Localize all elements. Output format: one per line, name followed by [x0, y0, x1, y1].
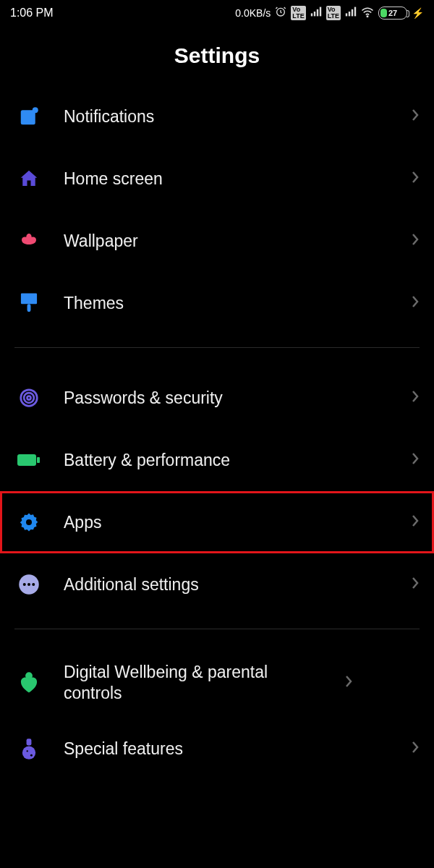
row-label: Themes	[64, 293, 391, 314]
row-wallpaper[interactable]: Wallpaper	[14, 210, 420, 272]
chevron-right-icon	[411, 294, 420, 312]
volte-badge-1: VoLTE	[291, 6, 305, 20]
svg-rect-7	[352, 9, 353, 17]
row-label: Special features	[64, 739, 391, 760]
chevron-right-icon	[411, 170, 420, 187]
row-security[interactable]: Passwords & security	[14, 367, 420, 429]
charging-icon: ⚡	[412, 7, 424, 19]
row-label: Passwords & security	[64, 388, 391, 409]
row-label: Digital Wellbeing & parental controls	[64, 662, 324, 704]
status-net-speed: 0.0KB/s	[235, 7, 271, 19]
brush-icon	[14, 289, 43, 318]
svg-point-9	[367, 16, 368, 17]
battery-icon	[14, 446, 43, 475]
chevron-right-icon	[411, 576, 420, 593]
svg-point-28	[27, 750, 28, 752]
svg-rect-5	[346, 13, 347, 16]
row-additional[interactable]: Additional settings	[14, 553, 420, 616]
signal-icon-2	[345, 6, 357, 20]
svg-point-23	[32, 583, 35, 586]
chevron-right-icon	[411, 451, 420, 469]
chevron-right-icon	[411, 740, 420, 757]
row-homescreen[interactable]: Home screen	[14, 148, 420, 210]
status-bar: 1:06 PM 0.0KB/s VoLTE VoLTE 27 ⚡	[0, 0, 434, 25]
svg-rect-8	[354, 7, 356, 17]
svg-rect-18	[37, 457, 40, 463]
chevron-right-icon	[411, 389, 420, 407]
chevron-right-icon	[411, 108, 420, 125]
heart-icon	[14, 668, 43, 697]
notifications-icon	[14, 102, 43, 131]
svg-rect-6	[349, 12, 350, 16]
home-icon	[14, 164, 43, 193]
svg-rect-4	[319, 7, 320, 17]
svg-point-16	[27, 396, 31, 400]
status-time: 1:06 PM	[10, 7, 54, 20]
wifi-icon	[361, 6, 374, 20]
svg-point-22	[27, 583, 30, 586]
svg-rect-10	[21, 110, 35, 124]
row-label: Notifications	[64, 106, 391, 127]
chevron-right-icon	[344, 674, 353, 692]
row-apps[interactable]: Apps	[0, 491, 434, 553]
row-battery[interactable]: Battery & performance	[14, 429, 420, 491]
status-right: 0.0KB/s VoLTE VoLTE 27 ⚡	[235, 6, 424, 20]
divider	[14, 629, 420, 629]
svg-rect-3	[316, 9, 318, 17]
signal-icon-1	[310, 6, 322, 20]
row-special[interactable]: Special features	[14, 718, 420, 780]
settings-list: Notifications Home screen Wallpaper Them…	[0, 85, 434, 780]
dots-icon	[14, 570, 43, 599]
svg-point-15	[24, 393, 34, 403]
volte-badge-2: VoLTE	[326, 6, 341, 20]
row-label: Additional settings	[64, 574, 391, 595]
row-wellbeing[interactable]: Digital Wellbeing & parental controls	[14, 648, 420, 718]
svg-point-11	[33, 107, 38, 113]
row-label: Battery & performance	[64, 450, 391, 471]
page-title: Settings	[0, 43, 434, 68]
svg-rect-13	[27, 304, 31, 312]
divider	[14, 347, 420, 348]
battery-percent: 27	[379, 9, 407, 17]
battery-indicator: 27	[378, 7, 407, 20]
svg-rect-17	[17, 454, 36, 466]
flower-icon	[14, 226, 43, 255]
row-themes[interactable]: Themes	[14, 272, 420, 334]
row-label: Wallpaper	[64, 231, 391, 252]
svg-point-26	[22, 746, 35, 760]
fingerprint-icon	[14, 383, 43, 412]
svg-rect-2	[313, 12, 315, 16]
alarm-icon	[275, 6, 286, 20]
row-label: Apps	[64, 512, 391, 533]
svg-rect-12	[21, 293, 37, 304]
svg-point-21	[23, 583, 26, 586]
chevron-right-icon	[411, 232, 420, 250]
svg-point-27	[30, 754, 33, 757]
gear-icon	[14, 508, 43, 537]
svg-rect-1	[310, 13, 312, 16]
row-notifications[interactable]: Notifications	[14, 85, 420, 148]
svg-point-19	[26, 519, 32, 525]
svg-rect-25	[27, 739, 32, 745]
flask-icon	[14, 734, 43, 763]
chevron-right-icon	[411, 514, 420, 531]
row-label: Home screen	[64, 169, 391, 190]
